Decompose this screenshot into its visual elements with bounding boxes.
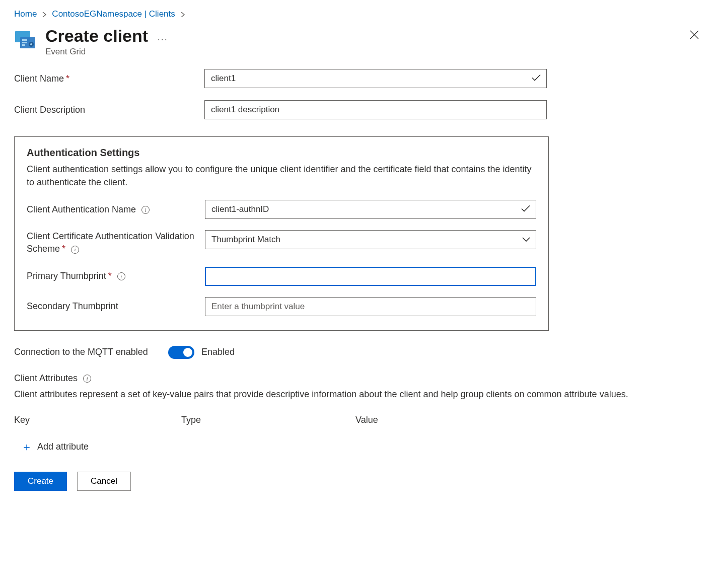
svg-rect-3 [22,42,27,43]
add-attribute-label: Add attribute [37,442,89,452]
client-attributes-description: Client attributes represent a set of key… [14,388,706,401]
client-name-label: Client Name* [14,74,204,84]
info-icon[interactable]: i [83,375,91,383]
svg-point-6 [30,43,32,45]
info-icon[interactable]: i [71,246,79,254]
column-value: Value [355,415,549,425]
auth-name-row: Client Authentication Name i [27,200,536,219]
secondary-thumbprint-row: Secondary Thumbprint [27,297,536,316]
event-grid-icon [14,29,37,52]
chevron-right-icon [42,10,47,19]
more-menu-button[interactable]: ··· [158,34,168,45]
auth-name-input[interactable] [205,200,536,219]
client-name-input[interactable] [204,69,547,88]
client-attributes-title: Client Attributes i [14,373,706,384]
auth-settings-title: Authentication Settings [27,147,536,159]
close-button[interactable] [688,26,701,44]
auth-settings-description: Client authentication settings allow you… [27,163,536,189]
plus-icon: ＋ [21,439,32,455]
mqtt-toggle-row: Connection to the MQTT enabled Enabled [14,346,706,359]
svg-rect-2 [22,39,27,41]
page-subtitle: Event Grid [45,47,680,57]
column-key: Key [14,415,181,425]
client-description-row: Client Description [14,100,706,119]
client-attributes-section: Client Attributes i Client attributes re… [14,373,706,455]
authentication-settings-panel: Authentication Settings Client authentic… [14,136,549,331]
column-type: Type [181,415,355,425]
breadcrumb-home[interactable]: Home [14,9,37,19]
validation-scheme-label: Client Certificate Authentication Valida… [27,230,205,255]
info-icon[interactable]: i [117,272,125,280]
mqtt-toggle[interactable] [168,346,194,359]
page-title: Create client [45,26,148,46]
validation-scheme-select[interactable] [205,230,536,249]
breadcrumb: Home ContosoEGNamespace | Clients [14,9,706,19]
info-icon[interactable]: i [141,206,150,214]
mqtt-toggle-state: Enabled [201,347,235,357]
page-header: Create client ··· Event Grid [14,26,706,57]
client-description-input[interactable] [204,100,547,119]
primary-thumbprint-row: Primary Thumbprint* i [27,267,536,286]
client-name-row: Client Name* [14,69,706,88]
add-attribute-button[interactable]: ＋ Add attribute [14,439,706,455]
client-description-label: Client Description [14,105,204,115]
primary-thumbprint-label: Primary Thumbprint* i [27,271,205,281]
secondary-thumbprint-input[interactable] [205,297,536,316]
cancel-button[interactable]: Cancel [77,472,131,491]
primary-thumbprint-input[interactable] [205,267,536,286]
chevron-right-icon [180,10,185,19]
footer-actions: Create Cancel [14,472,706,491]
checkmark-icon [532,74,541,84]
svg-rect-4 [22,44,25,46]
mqtt-toggle-label: Connection to the MQTT enabled [14,347,168,357]
secondary-thumbprint-label: Secondary Thumbprint [27,301,205,312]
validation-scheme-row: Client Certificate Authentication Valida… [27,230,536,255]
create-button[interactable]: Create [14,472,67,491]
toggle-knob [183,348,192,357]
auth-name-label: Client Authentication Name i [27,204,205,215]
breadcrumb-namespace-clients[interactable]: ContosoEGNamespace | Clients [52,9,175,19]
checkmark-icon [521,204,530,215]
attributes-columns: Key Type Value [14,415,549,425]
